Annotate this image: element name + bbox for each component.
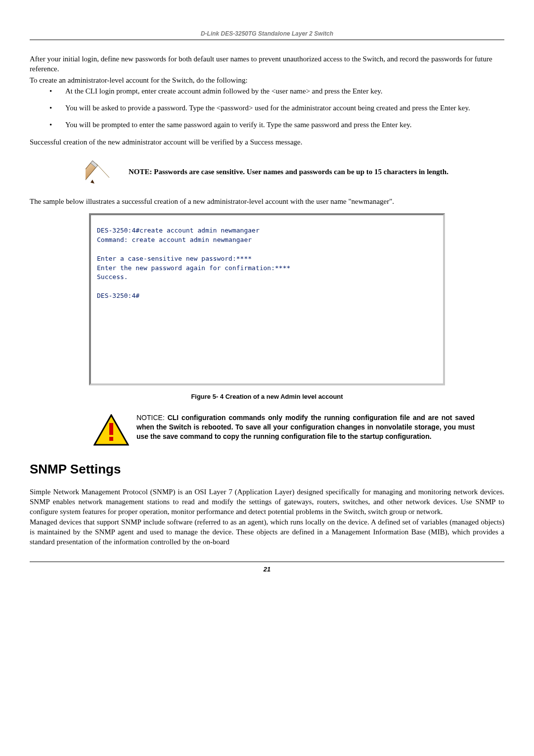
sample-intro: The sample below illustrates a successfu… [30,196,504,206]
snmp-paragraph-1: Simple Network Management Protocol (SNMP… [30,487,504,517]
cli-line: Enter the new password again for confirm… [97,264,290,272]
footer-rule [30,562,504,562]
warning-icon [89,413,134,446]
steps-list: At the CLI login prompt, enter create ac… [30,86,504,130]
note-text: NOTE: Passwords are case sensitive. User… [124,167,448,177]
cli-screenshot: DES-3250:4#create account admin newmanga… [89,213,445,385]
figure-caption: Figure 5- 4 Creation of a new Admin leve… [30,392,504,401]
page-number: 21 [30,565,504,574]
pencil-icon-svg [86,156,117,188]
list-item: At the CLI login prompt, enter create ac… [30,86,504,96]
notice-lead: NOTICE: [136,414,168,422]
cli-line: DES-3250:4#create account admin newmanga… [97,227,260,234]
svg-line-3 [96,164,109,178]
success-note: Successful creation of the new administr… [30,137,504,147]
intro-paragraph-1: After your initial login, define new pas… [30,54,504,74]
cli-line: Command: create account admin newmangaer [97,236,252,243]
notice-block: NOTICE: CLI configuration commands only … [89,413,475,446]
svg-rect-5 [109,423,113,435]
header-rule [30,40,504,40]
note-block: NOTE: Passwords are case sensitive. User… [79,156,475,188]
snmp-paragraph-2: Managed devices that support SNMP includ… [30,517,504,547]
cli-line: DES-3250:4# [97,292,139,299]
list-item: You will be prompted to enter the same p… [30,120,504,130]
snmp-heading: SNMP Settings [30,461,504,478]
cli-line: Enter a case-sensitive new password:**** [97,255,252,262]
list-item: You will be asked to provide a password.… [30,103,504,113]
cli-output: DES-3250:4#create account admin newmanga… [91,215,443,383]
notice-text: NOTICE: CLI configuration commands only … [134,413,475,441]
notice-bold-text: CLI configuration commands only modify t… [136,414,475,440]
svg-marker-0 [90,180,94,184]
warning-icon-svg [93,414,129,446]
pencil-icon [79,156,124,188]
intro-paragraph-2: To create an administrator-level account… [30,75,504,85]
page-header-title: D-Link DES-3250TG Standalone Layer 2 Swi… [30,30,504,38]
cli-line: Success. [97,273,128,281]
svg-rect-6 [109,437,113,441]
